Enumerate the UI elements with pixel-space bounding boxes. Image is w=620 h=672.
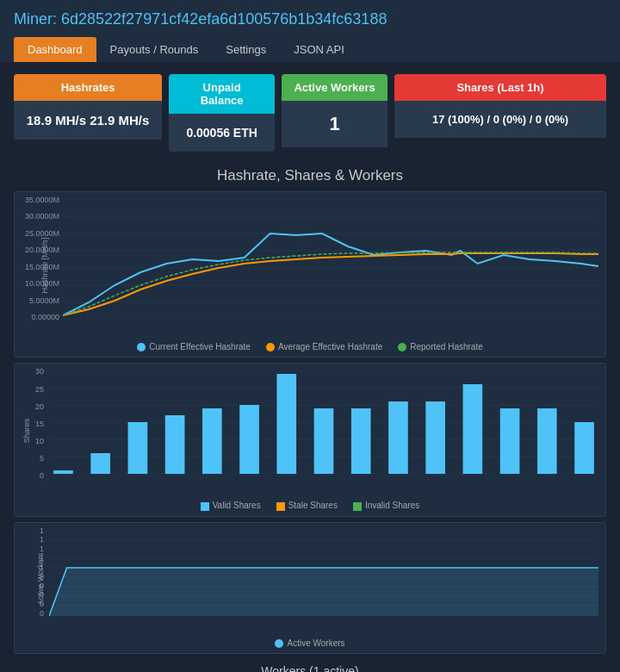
svg-rect-17 (128, 422, 148, 474)
miner-title: Miner: 6d28522f27971cf42efa6d100576b1b34… (14, 10, 606, 28)
shares-chart-container: Shares 30 25 20 15 10 5 0 (14, 363, 606, 516)
stats-row: Hashrates 18.9 MH/s 21.9 MH/s Unpaid Bal… (0, 62, 620, 164)
svg-rect-20 (239, 405, 259, 474)
workers-legend: Active Workers (15, 635, 605, 653)
chart-main-title: Hashrate, Shares & Workers (14, 167, 606, 184)
shares-y-labels: 30 25 20 15 10 5 0 (15, 364, 47, 480)
svg-rect-23 (351, 408, 371, 474)
svg-rect-25 (425, 401, 445, 474)
hashrate-chart-container: Hashrate [MH/s] 35.0000M 30.0000M 25.000… (14, 191, 606, 358)
shares-value: 17 (100%) / 0 (0%) / 0 (0%) (394, 101, 606, 138)
svg-rect-28 (537, 408, 557, 474)
hashrates-card: Hashrates 18.9 MH/s 21.9 MH/s (14, 74, 162, 152)
svg-marker-40 (49, 568, 598, 616)
legend-reported: Reported Hashrate (410, 342, 483, 352)
legend-average: Average Effective Hashrate (278, 342, 382, 352)
shares-chart: Shares 30 25 20 15 10 5 0 (15, 364, 605, 497)
svg-rect-26 (463, 384, 483, 474)
legend-invalid: Invalid Shares (365, 501, 419, 510)
hashrates-value: 18.9 MH/s 21.9 MH/s (14, 101, 162, 140)
svg-rect-18 (165, 415, 185, 474)
svg-rect-27 (500, 408, 520, 474)
legend-stale: Stale Shares (288, 501, 338, 510)
workers-chart: Active Workers 1 1 1 1 1 0 0 0 0 0 (15, 523, 605, 635)
charts-section: Hashrate, Shares & Workers Hashrate [MH/… (0, 164, 620, 672)
shares-card: Shares (Last 1h) 17 (100%) / 0 (0%) / 0 … (394, 74, 606, 152)
shares-title: Shares (Last 1h) (394, 74, 606, 101)
miner-address[interactable]: 6d28522f27971cf42efa6d100576b1b34fc63188 (61, 10, 387, 28)
active-workers-title: Active Workers (282, 74, 388, 101)
svg-rect-29 (574, 422, 594, 474)
active-workers-card: Active Workers 1 (282, 74, 388, 152)
workers-footer-title: Workers (1 active) (14, 659, 606, 672)
workers-chart-container: Active Workers 1 1 1 1 1 0 0 0 0 0 (14, 522, 606, 654)
miner-label: Miner: (14, 10, 57, 28)
hashrates-title: Hashrates (14, 74, 162, 101)
nav-jsonapi[interactable]: JSON API (280, 37, 358, 62)
hashrate-chart: Hashrate [MH/s] 35.0000M 30.0000M 25.000… (15, 192, 605, 339)
legend-current: Current Effective Hashrate (149, 342, 251, 352)
nav-dashboard[interactable]: Dashboard (14, 37, 96, 62)
legend-active-workers: Active Workers (287, 638, 344, 648)
hashrate-legend: Current Effective Hashrate Average Effec… (15, 339, 605, 357)
hashrate-y-labels: 35.0000M 30.0000M 25.0000M 20.0000M 15.0… (15, 192, 63, 321)
shares-svg (49, 370, 598, 474)
nav-bar: Dashboard Payouts / Rounds Settings JSON… (14, 37, 606, 62)
shares-legend: Valid Shares Stale Shares Invalid Shares (15, 497, 605, 515)
hashrate-svg (63, 199, 598, 320)
workers-svg (49, 530, 598, 616)
active-workers-value: 1 (282, 101, 388, 147)
svg-rect-15 (53, 470, 73, 474)
svg-rect-19 (202, 408, 222, 474)
nav-settings[interactable]: Settings (212, 37, 280, 62)
svg-rect-22 (314, 408, 334, 474)
unpaid-title: Unpaid Balance (169, 74, 275, 114)
unpaid-card: Unpaid Balance 0.00056 ETH (169, 74, 275, 152)
svg-rect-24 (388, 401, 408, 474)
svg-rect-21 (276, 374, 296, 474)
svg-rect-16 (90, 453, 110, 474)
nav-payouts[interactable]: Payouts / Rounds (96, 37, 213, 62)
header: Miner: 6d28522f27971cf42efa6d100576b1b34… (0, 0, 620, 62)
unpaid-value: 0.00056 ETH (169, 114, 275, 152)
legend-valid: Valid Shares (213, 501, 261, 510)
workers-y-labels: 1 1 1 1 1 0 0 0 0 0 (15, 523, 47, 618)
